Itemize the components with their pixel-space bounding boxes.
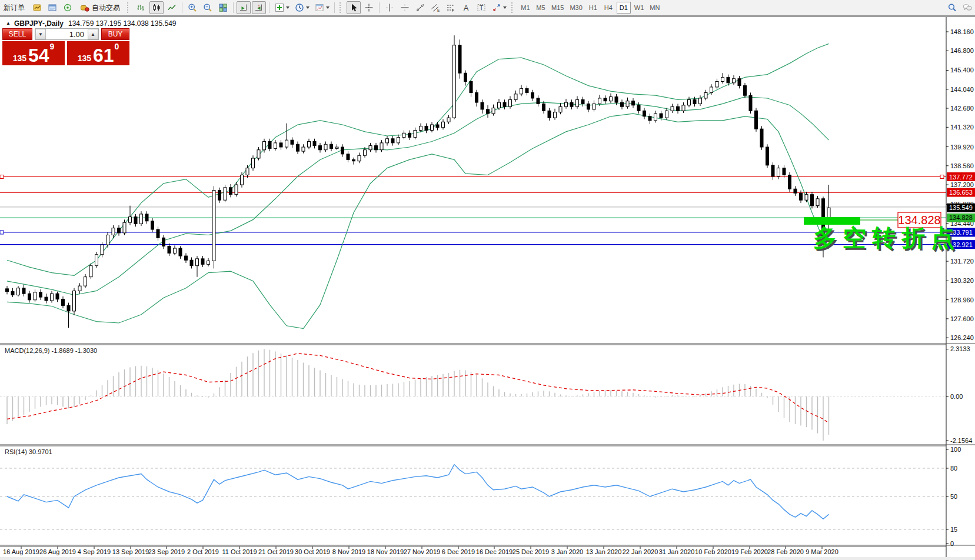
sell-button[interactable]: SELL: [2, 28, 32, 40]
line-handle[interactable]: [0, 175, 4, 179]
support-highlight-box[interactable]: [804, 217, 860, 225]
atool: A: [461, 3, 471, 12]
chat: [963, 3, 972, 12]
timeframe-h1[interactable]: H1: [586, 2, 600, 14]
timeframe-m30[interactable]: M30: [567, 2, 584, 14]
line-chart-icon[interactable]: [165, 1, 179, 14]
text-label-icon[interactable]: T: [474, 1, 488, 14]
toolbar-separator: [334, 2, 335, 13]
svg-text:146.800: 146.800: [950, 47, 974, 54]
line-handle[interactable]: [0, 231, 4, 234]
svg-text:15: 15: [950, 526, 957, 533]
navigator-icon[interactable]: [61, 1, 75, 14]
svg-text:18 Nov 2019: 18 Nov 2019: [367, 548, 404, 555]
horizontal-line-icon[interactable]: [398, 1, 412, 14]
svg-text:9 Mar 2020: 9 Mar 2020: [806, 548, 838, 555]
svg-text:16 Aug 2019: 16 Aug 2019: [3, 548, 39, 555]
timeframe-w1[interactable]: W1: [632, 2, 647, 14]
cursor-icon[interactable]: [347, 1, 361, 14]
equidistant-channel-icon[interactable]: E: [428, 1, 442, 14]
svg-text:127.600: 127.600: [950, 315, 974, 322]
svg-text:T: T: [480, 4, 484, 11]
nav: [63, 3, 72, 12]
tmpl: [315, 3, 324, 12]
market-watch-icon[interactable]: [30, 1, 44, 14]
one-click-trading-panel: SELL ▼ ▲ BUY 135 54 9 135 61 0: [2, 28, 129, 65]
date-axis: 16 Aug 201926 Aug 20194 Sep 201913 Sep 2…: [3, 546, 838, 555]
toolbar-separator: [269, 2, 269, 13]
fibonacci-icon[interactable]: F: [444, 1, 458, 14]
svg-text:128.960: 128.960: [950, 296, 974, 304]
svg-text:A: A: [464, 4, 469, 12]
timeframe-d1[interactable]: D1: [617, 2, 631, 14]
chan: E: [431, 3, 440, 12]
buy-button[interactable]: BUY: [101, 28, 129, 40]
toolbar-grip[interactable]: [127, 2, 131, 13]
svg-text:26 Aug 2019: 26 Aug 2019: [39, 548, 76, 555]
toolbar-grip[interactable]: [511, 2, 515, 13]
chart-shift-icon[interactable]: [252, 1, 266, 14]
svg-text:11 Oct 2019: 11 Oct 2019: [222, 548, 257, 555]
dropdown-caret-icon[interactable]: [503, 6, 507, 9]
line-handle[interactable]: [940, 175, 944, 179]
turning-point-annotation: 多空转折点: [813, 226, 960, 249]
svg-text:137.200: 137.200: [950, 181, 974, 188]
new-order-button[interactable]: 新订单: [0, 2, 29, 14]
timeframe-m1[interactable]: M1: [518, 2, 533, 14]
dropdown-caret-icon[interactable]: [306, 6, 310, 9]
zoom-in-icon[interactable]: [185, 1, 199, 14]
data-window-icon[interactable]: [45, 1, 59, 14]
svg-text:22 Jan 2020: 22 Jan 2020: [623, 548, 658, 555]
dropdown-caret-icon[interactable]: [286, 6, 289, 9]
svg-text:19 Feb 2020: 19 Feb 2020: [731, 548, 768, 555]
bar-chart-icon[interactable]: [134, 1, 148, 14]
zoom-out-icon[interactable]: [201, 1, 215, 14]
templates-icon[interactable]: [312, 1, 331, 14]
svg-text:148.160: 148.160: [950, 28, 974, 35]
timeframe-m5[interactable]: M5: [534, 2, 548, 14]
svg-text:6 Dec 2019: 6 Dec 2019: [442, 548, 475, 555]
price-chart-canvas[interactable]: 134.828148.160146.800145.400144.040142.6…: [0, 16, 975, 560]
timeframe-mn[interactable]: MN: [647, 2, 662, 14]
svg-text:142.680: 142.680: [950, 105, 974, 112]
indicators-icon[interactable]: [272, 1, 291, 14]
chat-icon[interactable]: [960, 1, 974, 14]
sell-price-point: 9: [50, 42, 55, 51]
volume-input[interactable]: [46, 29, 88, 39]
timeframe-h4[interactable]: H4: [601, 2, 615, 14]
tile-windows-icon[interactable]: [216, 1, 230, 14]
svg-text:100: 100: [950, 446, 961, 453]
tline: [415, 3, 425, 12]
dropdown-caret-icon[interactable]: [326, 6, 330, 9]
zin: [188, 3, 197, 12]
volume-increase-button[interactable]: ▲: [88, 29, 98, 39]
toolbar-grip[interactable]: [340, 2, 344, 13]
text-icon[interactable]: A: [459, 1, 473, 14]
sell-price[interactable]: 135 54 9: [2, 41, 65, 65]
svg-text:F: F: [452, 8, 454, 12]
linech: [167, 3, 177, 12]
volume-decrease-button[interactable]: ▼: [35, 29, 46, 39]
buy-price[interactable]: 135 61 0: [67, 41, 129, 65]
candlestick-chart-icon[interactable]: [149, 1, 164, 14]
arrows-icon[interactable]: [490, 1, 508, 14]
cross: [364, 3, 374, 12]
auto-scroll-icon[interactable]: [237, 1, 251, 14]
chart-window: 134.828148.160146.800145.400144.040142.6…: [0, 16, 975, 560]
timeframe-m15[interactable]: M15: [549, 2, 566, 14]
timeframe-group: M1M5M15M30H1H4D1W1MN: [518, 2, 663, 14]
vertical-line-icon[interactable]: [382, 1, 397, 14]
crosshair-icon[interactable]: [362, 1, 376, 14]
trendline-icon[interactable]: [413, 1, 427, 14]
rsi-label: RSI(14) 30.9701: [5, 448, 52, 455]
search: [947, 3, 957, 12]
buy-price-point: 0: [115, 42, 119, 51]
vline: [385, 3, 394, 12]
search-icon[interactable]: [945, 1, 959, 14]
autotrading-button[interactable]: 自动交易: [76, 2, 124, 14]
toolbar-separator: [233, 2, 234, 13]
svg-text:130.320: 130.320: [950, 277, 974, 284]
collapse-icon[interactable]: ▲: [6, 21, 11, 26]
clock: [295, 3, 304, 12]
periods-icon[interactable]: [292, 1, 311, 14]
